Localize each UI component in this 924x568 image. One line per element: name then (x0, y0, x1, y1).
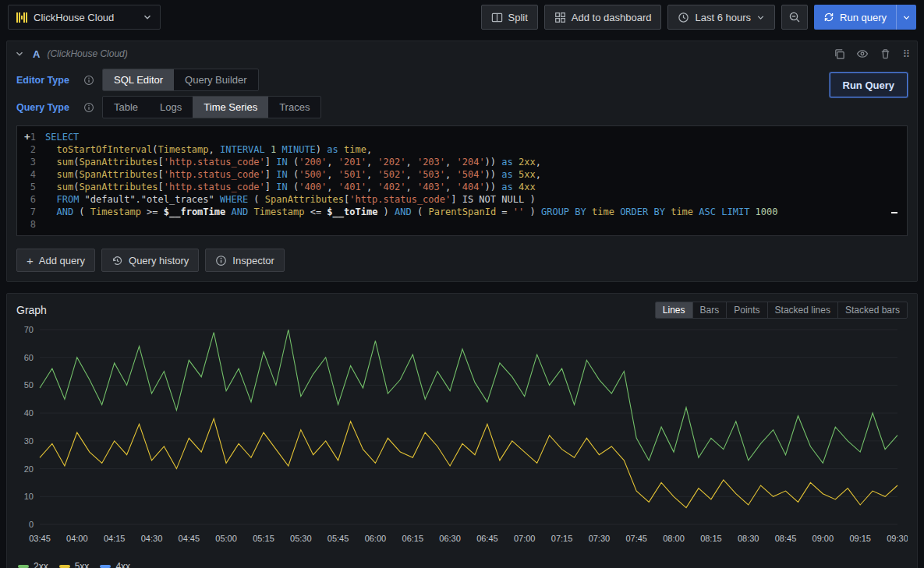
graph-header: Graph Lines Bars Points Stacked lines St… (16, 300, 908, 320)
text-cursor (891, 212, 897, 213)
time-range-label: Last 6 hours (695, 12, 751, 23)
topbar-actions: Split Add to dashboard Last 6 hours Run … (481, 5, 916, 30)
trash-icon[interactable] (880, 48, 891, 60)
add-query-label: Add query (39, 255, 85, 266)
history-icon (112, 255, 123, 266)
svg-text:05:15: 05:15 (253, 534, 274, 543)
svg-text:06:45: 06:45 (476, 534, 498, 543)
svg-text:08:30: 08:30 (738, 534, 759, 543)
svg-text:07:30: 07:30 (589, 534, 611, 543)
svg-text:04:30: 04:30 (141, 534, 163, 543)
legend-item-2xx[interactable]: 2xx (18, 561, 48, 568)
svg-text:09:00: 09:00 (812, 534, 834, 543)
svg-text:30: 30 (24, 436, 34, 446)
mode-stacked-lines[interactable]: Stacked lines (767, 302, 837, 318)
editor-type-label: Editor Type (16, 75, 82, 86)
run-query-dropdown[interactable] (896, 5, 916, 30)
svg-text:09:30: 09:30 (887, 534, 908, 543)
query-footer: + Add query Query history Inspector (7, 244, 917, 281)
mode-lines[interactable]: Lines (656, 302, 692, 318)
query-history-button[interactable]: Query history (101, 249, 199, 272)
editor-type-builder[interactable]: Query Builder (174, 69, 257, 90)
svg-text:05:45: 05:45 (327, 534, 349, 543)
editor-type-switch: SQL Editor Query Builder (102, 69, 259, 91)
chart-legend: 2xx5xx4xx (16, 558, 908, 568)
svg-text:05:00: 05:00 (215, 534, 237, 543)
inspector-label: Inspector (232, 255, 274, 266)
svg-text:40: 40 (24, 408, 34, 418)
info-icon[interactable] (83, 75, 94, 86)
info-icon (215, 255, 227, 266)
zoom-out-button[interactable] (781, 5, 808, 30)
add-query-button[interactable]: + Add query (16, 249, 95, 272)
legend-item-4xx[interactable]: 4xx (100, 561, 130, 568)
add-to-dashboard-label: Add to dashboard (572, 12, 652, 23)
svg-text:04:00: 04:00 (66, 534, 88, 543)
svg-text:0: 0 (29, 520, 34, 529)
editor-type-row: Editor Type SQL Editor Query Builder (7, 66, 917, 93)
svg-text:05:30: 05:30 (290, 534, 312, 543)
sql-editor[interactable]: + 1SELECT2 toStartOfInterval(Timestamp, … (16, 125, 908, 236)
query-header-actions: ⠿ (834, 48, 909, 60)
add-to-dashboard-button[interactable]: Add to dashboard (544, 5, 662, 30)
zoom-out-icon (788, 11, 801, 23)
mode-points[interactable]: Points (726, 302, 766, 318)
run-query-button[interactable]: Run query (814, 5, 916, 30)
query-datasource-hint: (ClickHouse Cloud) (47, 48, 127, 59)
legend-swatch (100, 565, 111, 568)
timeseries-chart[interactable]: 01020304050607003:4504:0004:1504:3004:45… (16, 320, 908, 558)
graph-title: Graph (16, 304, 47, 316)
datasource-picker[interactable]: ClickHouse Cloud (8, 5, 161, 30)
run-query-label: Run query (840, 12, 887, 23)
info-icon[interactable] (83, 102, 94, 113)
svg-text:07:00: 07:00 (514, 534, 536, 543)
chevron-down-icon (902, 13, 911, 22)
legend-label: 4xx (115, 561, 130, 568)
chevron-down-icon (143, 12, 152, 22)
svg-text:60: 60 (24, 353, 34, 362)
legend-item-5xx[interactable]: 5xx (59, 561, 90, 568)
tab-logs[interactable]: Logs (149, 97, 193, 118)
inspector-button[interactable]: Inspector (205, 249, 284, 272)
tab-traces[interactable]: Traces (268, 97, 320, 118)
svg-text:04:45: 04:45 (179, 534, 200, 543)
svg-text:07:15: 07:15 (551, 534, 573, 543)
svg-text:03:45: 03:45 (29, 534, 51, 543)
svg-text:06:30: 06:30 (439, 534, 461, 543)
mode-bars[interactable]: Bars (692, 302, 727, 318)
legend-label: 5xx (75, 561, 90, 568)
svg-text:08:00: 08:00 (663, 534, 685, 543)
split-button[interactable]: Split (481, 5, 538, 30)
graph-mode-switch: Lines Bars Points Stacked lines Stacked … (655, 302, 908, 319)
svg-text:70: 70 (24, 325, 34, 334)
duplicate-icon[interactable] (834, 48, 845, 60)
svg-text:08:45: 08:45 (775, 534, 797, 543)
svg-text:07:45: 07:45 (625, 534, 647, 543)
query-header: A (ClickHouse Cloud) ⠿ (7, 41, 917, 66)
chevron-down-icon (756, 13, 765, 22)
tab-time-series[interactable]: Time Series (193, 97, 268, 118)
collapse-chevron-icon[interactable] (15, 49, 24, 58)
time-range-picker[interactable]: Last 6 hours (667, 5, 775, 30)
query-history-label: Query history (129, 255, 189, 266)
graph-panel: Graph Lines Bars Points Stacked lines St… (6, 293, 918, 568)
legend-label: 2xx (34, 561, 48, 568)
query-type-tabs: Table Logs Time Series Traces (102, 96, 321, 118)
drag-handle-icon[interactable]: ⠿ (902, 49, 909, 59)
tab-table[interactable]: Table (103, 97, 149, 118)
sync-icon (823, 12, 834, 23)
svg-text:08:15: 08:15 (700, 534, 722, 543)
clickhouse-logo-icon (16, 12, 27, 23)
query-type-label: Query Type (16, 102, 82, 113)
query-ref-id: A (33, 48, 40, 60)
mode-stacked-bars[interactable]: Stacked bars (837, 302, 907, 318)
svg-text:06:15: 06:15 (402, 534, 424, 543)
top-bar: ClickHouse Cloud Split Add to dashboard … (0, 0, 924, 34)
query-editor-panel: A (ClickHouse Cloud) ⠿ Editor Type SQL E… (6, 41, 918, 282)
run-query-panel-button[interactable]: Run Query (830, 72, 908, 97)
eye-icon[interactable] (856, 48, 869, 60)
clock-icon (678, 12, 689, 23)
svg-text:20: 20 (24, 464, 34, 474)
editor-type-sql[interactable]: SQL Editor (103, 69, 174, 90)
add-line-icon[interactable]: + (24, 131, 30, 143)
